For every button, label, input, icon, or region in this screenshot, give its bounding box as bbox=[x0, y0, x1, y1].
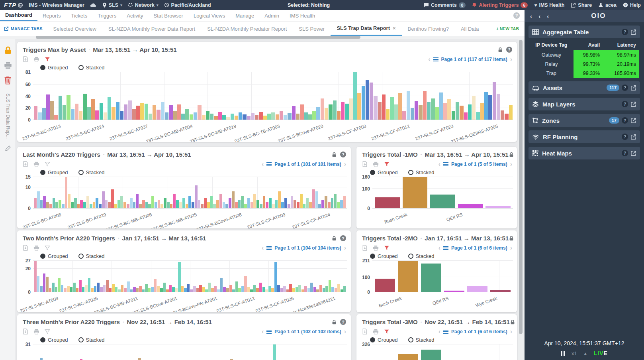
bar[interactable] bbox=[333, 100, 337, 120]
bar[interactable] bbox=[362, 86, 365, 120]
grouped-radio[interactable] bbox=[40, 337, 45, 342]
page-indicator[interactable]: Page 1 of 1 (104 of 104 items) bbox=[274, 245, 341, 251]
bar[interactable] bbox=[177, 104, 181, 120]
bar[interactable] bbox=[193, 286, 196, 292]
sidebar-section-map-layers[interactable]: Map Layers ? bbox=[529, 98, 640, 110]
bar[interactable] bbox=[148, 204, 151, 208]
bar[interactable] bbox=[312, 189, 315, 208]
bar[interactable] bbox=[207, 202, 210, 208]
print-icon[interactable] bbox=[373, 161, 379, 167]
filter-icon[interactable] bbox=[45, 57, 50, 62]
bar[interactable] bbox=[198, 200, 201, 208]
bar[interactable] bbox=[121, 285, 124, 292]
bar[interactable] bbox=[340, 200, 343, 208]
bar[interactable] bbox=[430, 195, 455, 208]
bar[interactable] bbox=[123, 202, 126, 208]
bar[interactable] bbox=[349, 98, 353, 120]
bar[interactable] bbox=[103, 285, 106, 292]
grouped-radio[interactable] bbox=[370, 254, 375, 259]
grouped-radio[interactable] bbox=[40, 65, 45, 70]
export-icon[interactable] bbox=[362, 245, 368, 251]
bar[interactable] bbox=[102, 191, 105, 208]
bar[interactable] bbox=[74, 198, 77, 208]
bar[interactable] bbox=[280, 288, 283, 292]
bar[interactable] bbox=[58, 278, 61, 292]
bar[interactable] bbox=[130, 289, 133, 292]
tab-scrollbar-thumb[interactable] bbox=[36, 36, 360, 39]
page-prev-icon[interactable]: ‹ bbox=[438, 329, 440, 335]
bar[interactable] bbox=[238, 200, 241, 208]
grouped-radio[interactable] bbox=[370, 337, 375, 342]
lock-icon[interactable] bbox=[509, 236, 514, 241]
bar[interactable] bbox=[55, 287, 58, 292]
bar[interactable] bbox=[211, 288, 214, 292]
bar[interactable] bbox=[266, 202, 268, 208]
bar[interactable] bbox=[83, 94, 86, 120]
nav-item-admin[interactable]: Admin bbox=[259, 10, 284, 21]
nav-item-stat-browser[interactable]: Stat Browser bbox=[149, 10, 188, 21]
bar[interactable] bbox=[229, 285, 232, 292]
bar[interactable] bbox=[37, 276, 40, 292]
bar[interactable] bbox=[328, 202, 331, 208]
bar[interactable] bbox=[318, 204, 321, 208]
bar[interactable] bbox=[259, 283, 262, 292]
bar[interactable] bbox=[286, 289, 289, 292]
print-icon[interactable] bbox=[373, 329, 379, 334]
bar[interactable] bbox=[321, 200, 324, 208]
bar[interactable] bbox=[37, 191, 40, 208]
bar[interactable] bbox=[164, 198, 166, 208]
bar[interactable] bbox=[366, 80, 369, 120]
bar[interactable] bbox=[272, 204, 275, 208]
bar[interactable] bbox=[329, 280, 331, 292]
external-link-icon[interactable] bbox=[630, 101, 636, 107]
bar[interactable] bbox=[460, 106, 463, 120]
bar[interactable] bbox=[323, 288, 325, 292]
bar[interactable] bbox=[52, 283, 55, 292]
bar[interactable] bbox=[76, 288, 79, 292]
bar[interactable] bbox=[206, 111, 209, 120]
bar[interactable] bbox=[316, 289, 319, 292]
bar[interactable] bbox=[202, 115, 206, 120]
bar[interactable] bbox=[244, 204, 247, 208]
bar[interactable] bbox=[407, 91, 410, 120]
page-menu-icon[interactable] bbox=[266, 330, 272, 334]
help-icon[interactable]: ? bbox=[622, 150, 628, 156]
bar[interactable] bbox=[138, 358, 141, 360]
bar[interactable] bbox=[130, 198, 133, 208]
bar[interactable] bbox=[202, 287, 205, 292]
bar[interactable] bbox=[106, 280, 109, 292]
bar[interactable] bbox=[128, 100, 131, 120]
bar[interactable] bbox=[105, 200, 108, 208]
bar[interactable] bbox=[309, 202, 312, 208]
page-next-icon[interactable]: › bbox=[510, 56, 512, 63]
help-icon[interactable]: ? bbox=[622, 29, 628, 35]
user-menu[interactable]: acea bbox=[598, 2, 617, 8]
cloud-status-icon[interactable] bbox=[90, 3, 97, 8]
bar[interactable] bbox=[117, 200, 120, 208]
page-menu-icon[interactable] bbox=[433, 57, 438, 61]
bar[interactable] bbox=[133, 287, 136, 292]
bar[interactable] bbox=[337, 111, 341, 120]
bar[interactable] bbox=[256, 200, 259, 208]
bar[interactable] bbox=[136, 106, 140, 120]
bar[interactable] bbox=[116, 102, 119, 120]
bar[interactable] bbox=[85, 285, 88, 292]
bar[interactable] bbox=[289, 284, 292, 292]
bar[interactable] bbox=[132, 109, 136, 120]
bar[interactable] bbox=[485, 206, 511, 208]
page-next-icon[interactable]: › bbox=[510, 161, 512, 167]
bar[interactable] bbox=[253, 194, 256, 208]
page-prev-icon[interactable]: ‹ bbox=[438, 161, 440, 167]
bar[interactable] bbox=[325, 196, 327, 208]
bar[interactable] bbox=[298, 285, 301, 292]
bar[interactable] bbox=[67, 286, 70, 292]
bar[interactable] bbox=[296, 114, 299, 120]
bar[interactable] bbox=[294, 200, 296, 208]
sidebar-section-zones[interactable]: Zones 17 ? bbox=[529, 114, 640, 127]
nav-item-logical-views[interactable]: Logical Views bbox=[188, 10, 230, 21]
bar[interactable] bbox=[176, 200, 179, 208]
bar[interactable] bbox=[312, 111, 316, 120]
export-icon[interactable] bbox=[23, 245, 28, 251]
bar[interactable] bbox=[216, 200, 219, 208]
bar[interactable] bbox=[334, 194, 337, 208]
